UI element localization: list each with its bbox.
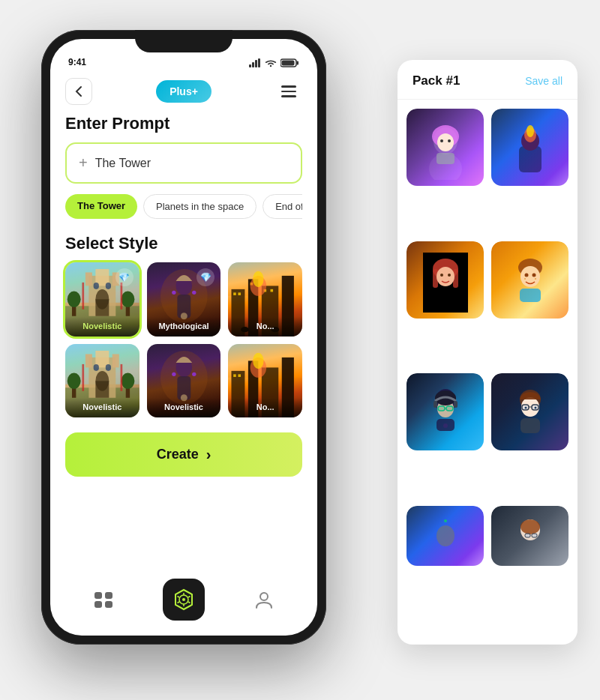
phone-screen: 9:41 — [50, 39, 317, 636]
prompt-input-area[interactable]: + The Tower — [65, 142, 302, 184]
svg-rect-122 — [234, 374, 237, 377]
prompt-section-title: Enter Prompt — [65, 114, 302, 133]
gallery-image-4[interactable] — [491, 241, 568, 319]
svg-rect-50 — [252, 62, 254, 67]
svg-point-77 — [172, 291, 176, 295]
svg-point-139 — [260, 593, 268, 600]
svg-rect-31 — [434, 401, 437, 408]
items-icon — [93, 591, 114, 609]
profile-icon — [254, 590, 274, 609]
create-arrow-icon: › — [206, 446, 212, 463]
nav-center-button[interactable] — [163, 579, 205, 621]
svg-rect-127 — [105, 592, 112, 599]
style-card-3[interactable]: No... — [228, 262, 302, 337]
svg-rect-126 — [94, 592, 102, 599]
gallery-image-7[interactable] — [406, 506, 484, 583]
svg-rect-71 — [121, 283, 123, 310]
svg-rect-52 — [258, 58, 260, 67]
svg-point-69 — [121, 292, 134, 308]
battery-icon — [280, 58, 299, 67]
style-card-mythological[interactable]: 💎 Mythological — [147, 262, 221, 337]
svg-point-107 — [121, 372, 134, 389]
style-label-1: Novelistic — [71, 322, 134, 331]
style-card-mythological-5[interactable]: Novelistic — [147, 344, 221, 418]
svg-rect-64 — [94, 283, 99, 289]
create-button-label: Create — [157, 447, 199, 462]
back-icon — [75, 85, 82, 97]
svg-point-44 — [436, 525, 454, 546]
svg-rect-98 — [112, 354, 119, 367]
phone-wrapper: 9:41 — [41, 30, 326, 645]
svg-rect-108 — [82, 364, 84, 391]
svg-rect-28 — [438, 406, 445, 411]
svg-rect-6 — [436, 153, 454, 164]
image-grid — [398, 100, 578, 639]
svg-rect-70 — [82, 283, 84, 310]
svg-rect-109 — [121, 364, 123, 391]
style-overlay-6: No... — [228, 398, 302, 417]
svg-rect-65 — [106, 283, 111, 289]
gallery-image-1[interactable] — [406, 109, 484, 186]
style-label-6: No... — [234, 402, 296, 411]
svg-rect-32 — [454, 401, 458, 408]
svg-point-46 — [520, 519, 540, 534]
chip-the-tower[interactable]: The Tower — [65, 194, 137, 219]
svg-rect-47 — [525, 534, 530, 537]
gallery-image-5[interactable] — [406, 373, 484, 450]
gallery-image-8[interactable] — [491, 506, 568, 583]
svg-point-115 — [192, 372, 196, 375]
svg-line-135 — [177, 597, 179, 598]
style-label-3: No... — [234, 322, 296, 331]
svg-point-41 — [534, 407, 536, 409]
back-button[interactable] — [65, 78, 92, 105]
gallery-image-6[interactable] — [491, 373, 568, 450]
svg-point-132 — [182, 598, 185, 601]
phone-notch — [135, 30, 232, 52]
create-button[interactable]: Create › — [65, 432, 302, 477]
svg-point-40 — [524, 407, 526, 409]
chip-end[interactable]: End of th... — [262, 194, 302, 219]
nav-items-button[interactable] — [87, 583, 120, 616]
svg-point-3 — [437, 133, 454, 151]
svg-rect-97 — [86, 354, 92, 367]
svg-point-23 — [535, 278, 536, 280]
svg-point-15 — [436, 267, 454, 286]
svg-rect-54 — [297, 61, 299, 65]
wifi-icon — [265, 58, 277, 67]
style-section-title: Select Style — [65, 234, 302, 253]
chip-planets[interactable]: Planets in the space — [143, 194, 256, 219]
svg-point-4 — [440, 139, 443, 142]
svg-rect-55 — [282, 61, 295, 66]
phone-frame: 9:41 — [41, 30, 326, 645]
svg-point-78 — [192, 291, 196, 295]
save-all-button[interactable]: Save all — [525, 75, 562, 87]
diamond-badge-1: 💎 — [116, 268, 134, 286]
svg-rect-101 — [95, 381, 109, 397]
style-card-novelistic-4[interactable]: Novelistic — [65, 344, 140, 418]
plus-badge[interactable]: Plus+ — [156, 80, 212, 103]
svg-line-136 — [188, 602, 190, 603]
back-panel: Pack #1 Save all — [398, 60, 578, 645]
style-card-novelistic-1[interactable]: 💎 Novelistic — [65, 262, 140, 337]
pack-title: Pack #1 — [412, 73, 460, 88]
svg-point-105 — [68, 372, 81, 389]
style-label-2: Mythological — [153, 322, 215, 331]
style-label-5: Novelistic — [153, 402, 215, 411]
svg-rect-24 — [520, 289, 541, 302]
svg-rect-59 — [86, 272, 92, 286]
gallery-image-3[interactable] — [406, 241, 484, 319]
svg-line-137 — [177, 602, 179, 603]
svg-rect-42 — [520, 418, 540, 433]
gallery-image-2[interactable] — [491, 109, 568, 186]
svg-rect-86 — [238, 292, 242, 295]
svg-rect-129 — [105, 601, 112, 608]
center-logo-icon — [172, 588, 196, 612]
nav-profile-button[interactable] — [248, 583, 280, 616]
bottom-nav — [50, 571, 317, 636]
svg-rect-123 — [238, 374, 242, 377]
svg-point-67 — [68, 292, 81, 308]
style-card-6[interactable]: No... — [228, 344, 302, 418]
status-icons — [249, 58, 299, 67]
menu-button[interactable] — [275, 78, 302, 105]
signal-icon — [249, 58, 261, 67]
